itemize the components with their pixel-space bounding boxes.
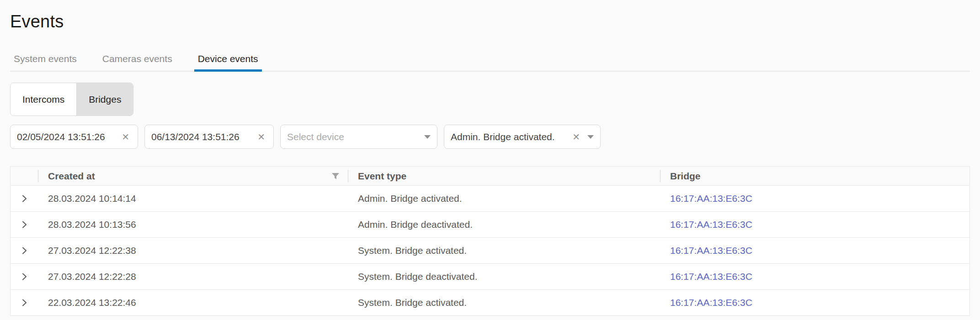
page-title: Events <box>10 12 970 31</box>
device-select-input[interactable] <box>287 131 419 142</box>
x-clear-icon[interactable]: ✕ <box>256 132 267 142</box>
chevron-right-icon <box>19 298 29 308</box>
chevron-right-icon <box>19 272 29 282</box>
expand-row-button[interactable] <box>17 270 31 283</box>
x-clear-icon[interactable]: ✕ <box>120 132 131 142</box>
tab-bar: System events Cameras events Device even… <box>10 52 970 72</box>
expand-column-header <box>11 167 38 185</box>
event-type-cell: Admin. Bridge activated. <box>348 193 660 204</box>
device-type-toggle: Intercoms Bridges <box>10 83 133 116</box>
bridge-link[interactable]: 16:17:AA:13:E6:3C <box>670 193 752 204</box>
funnel-filter-icon[interactable] <box>331 173 340 180</box>
expand-row-button[interactable] <box>17 218 31 231</box>
toggle-intercoms-button[interactable]: Intercoms <box>11 83 76 115</box>
events-page: Events System events Cameras events Devi… <box>0 12 980 316</box>
table-row: 28.03.2024 10:13:56 Admin. Bridge deacti… <box>11 212 969 238</box>
event-type-cell: System. Bridge activated. <box>348 297 660 308</box>
created-at-column-header: Created at <box>38 167 348 185</box>
event-type-column-header: Event type <box>348 167 660 185</box>
events-table: Created at Event type Bridge 28.03.2024 … <box>10 166 970 316</box>
table-row: 22.03.2024 13:22:46 System. Bridge activ… <box>11 290 969 316</box>
event-type-select[interactable]: ✕ <box>444 125 601 149</box>
toggle-bridges-button[interactable]: Bridges <box>76 83 133 115</box>
chevron-right-icon <box>19 194 29 204</box>
table-row: 27.03.2024 12:22:38 System. Bridge activ… <box>11 238 969 264</box>
filters-bar: ✕ ✕ ✕ <box>10 125 970 149</box>
device-select[interactable] <box>280 125 437 149</box>
table-row: 28.03.2024 10:14:14 Admin. Bridge activa… <box>11 186 969 212</box>
bridge-link[interactable]: 16:17:AA:13:E6:3C <box>670 219 752 230</box>
event-type-cell: Admin. Bridge deactivated. <box>348 219 660 230</box>
tab-cameras-events[interactable]: Cameras events <box>99 53 176 71</box>
tab-system-events[interactable]: System events <box>10 53 80 71</box>
bridge-link[interactable]: 16:17:AA:13:E6:3C <box>670 271 752 282</box>
date-to-input[interactable] <box>151 131 256 142</box>
event-type-cell: System. Bridge deactivated. <box>348 271 660 282</box>
expand-row-button[interactable] <box>17 192 31 205</box>
chevron-right-icon <box>19 220 29 230</box>
created-at-cell: 28.03.2024 10:14:14 <box>38 193 348 204</box>
bridge-link[interactable]: 16:17:AA:13:E6:3C <box>670 245 752 256</box>
chevron-right-icon <box>19 246 29 256</box>
table-row: 27.03.2024 12:22:28 System. Bridge deact… <box>11 264 969 290</box>
event-type-select-input[interactable] <box>451 131 570 142</box>
event-type-cell: System. Bridge activated. <box>348 245 660 256</box>
date-from-input[interactable] <box>17 131 120 142</box>
x-clear-icon[interactable]: ✕ <box>570 132 582 142</box>
tab-device-events[interactable]: Device events <box>194 53 262 71</box>
expand-row-button[interactable] <box>17 244 31 257</box>
bridge-link[interactable]: 16:17:AA:13:E6:3C <box>670 297 752 308</box>
bridge-column-header: Bridge <box>660 167 969 185</box>
chevron-down-icon[interactable] <box>587 135 594 139</box>
chevron-down-icon[interactable] <box>424 135 431 139</box>
date-from-filter[interactable]: ✕ <box>10 125 138 149</box>
created-at-cell: 27.03.2024 12:22:38 <box>38 245 348 256</box>
created-at-cell: 28.03.2024 10:13:56 <box>38 219 348 230</box>
table-header-row: Created at Event type Bridge <box>11 167 969 186</box>
created-at-cell: 22.03.2024 13:22:46 <box>38 297 348 308</box>
created-at-cell: 27.03.2024 12:22:28 <box>38 271 348 282</box>
date-to-filter[interactable]: ✕ <box>144 125 274 149</box>
expand-row-button[interactable] <box>17 296 31 310</box>
